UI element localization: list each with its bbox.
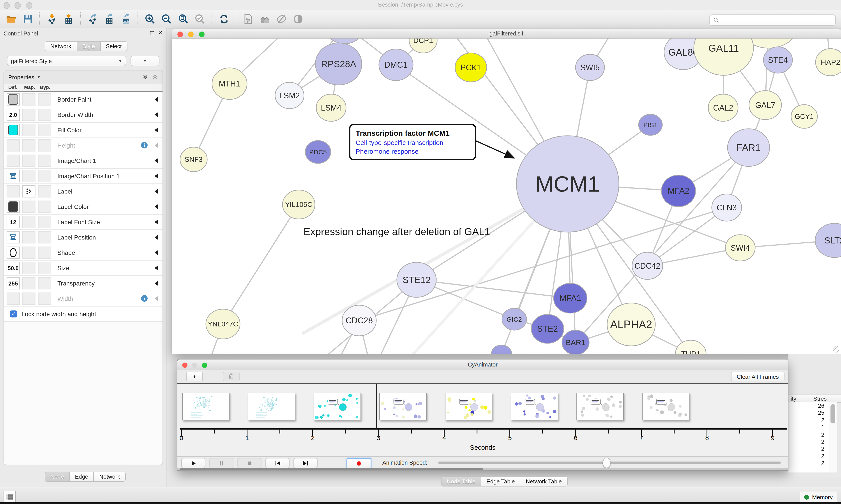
import-network-button[interactable]	[43, 12, 60, 26]
stop-button[interactable]	[237, 458, 262, 468]
property-row-label-font-size[interactable]: 12Label Font Size	[4, 215, 162, 230]
add-frame-button[interactable]: +	[186, 372, 203, 381]
search-input[interactable]	[719, 16, 835, 24]
zoom-window-icon[interactable]	[202, 363, 207, 368]
collapse-all-icon[interactable]	[152, 74, 158, 80]
minimize-window-icon[interactable]	[188, 32, 194, 37]
node-far1[interactable]: FAR1	[728, 129, 770, 166]
frame-thumbnail-4s[interactable]	[445, 393, 492, 420]
scrollbar-thumb[interactable]	[830, 404, 835, 424]
tab-network[interactable]: Network	[45, 41, 76, 51]
node-swi4[interactable]: SWI4	[726, 235, 755, 261]
clear-all-frames-button[interactable]: Clear All Frames	[731, 372, 785, 381]
property-row-height[interactable]: Heighti	[4, 138, 162, 153]
skip-to-start-button[interactable]	[265, 458, 289, 468]
export-network-button[interactable]	[84, 12, 101, 26]
annotation-link-2[interactable]: Pheromone response	[356, 147, 469, 156]
expand-row-icon[interactable]	[155, 250, 158, 255]
frame-thumbnail-2s[interactable]	[314, 393, 361, 420]
tab-node[interactable]: Node	[45, 472, 69, 482]
frame-thumbnail-5s[interactable]	[511, 393, 558, 420]
node-pck1[interactable]: PCK1	[455, 53, 487, 82]
table-row[interactable]: 26	[788, 402, 829, 410]
node-snf3[interactable]: SNF3	[180, 147, 207, 172]
table-scrollbar[interactable]	[829, 402, 837, 472]
delete-frame-button[interactable]	[223, 372, 239, 381]
node-gcy1[interactable]: GCY1	[791, 105, 817, 128]
tab-node-table[interactable]: Node Table	[441, 476, 481, 486]
network-window-controls[interactable]	[177, 31, 204, 39]
search-box[interactable]	[709, 15, 836, 26]
node-mth1[interactable]: MTH1	[212, 68, 247, 100]
slider-handle[interactable]	[603, 457, 611, 468]
import-table-button[interactable]	[60, 12, 77, 26]
node-yil105c[interactable]: YIL105C	[283, 190, 315, 219]
save-session-button[interactable]	[19, 12, 36, 26]
table-column-stress[interactable]: Stres	[813, 395, 827, 402]
node-bar1[interactable]: BAR1	[562, 330, 589, 354]
hide-graphics-details-button[interactable]	[273, 12, 289, 26]
tab-network-table[interactable]: Network Table	[520, 476, 568, 486]
expand-row-icon[interactable]	[155, 189, 158, 194]
table-row[interactable]: 2	[788, 460, 829, 467]
property-row-shape[interactable]: Shape	[4, 245, 162, 260]
close-window-icon[interactable]	[3, 2, 10, 9]
expand-row-icon[interactable]	[155, 281, 158, 286]
property-row-border-width[interactable]: 2.0Border Width	[4, 107, 162, 123]
node-gal2[interactable]: GAL2	[708, 94, 738, 121]
annotation-arrow[interactable]	[475, 141, 513, 158]
expand-row-icon[interactable]	[155, 158, 158, 163]
node-ynl047c[interactable]: YNL047C	[206, 309, 240, 339]
property-row-image-chart-1[interactable]: Image/Chart 1	[4, 153, 162, 168]
node-gic2[interactable]: GIC2	[502, 308, 526, 330]
tab-network-bottom[interactable]: Network	[93, 472, 126, 482]
cyanimator-titlebar[interactable]: CyAnimator	[177, 360, 788, 371]
frame-thumbnail-1s[interactable]	[248, 393, 295, 420]
show-graphics-details-button[interactable]	[289, 12, 306, 26]
frame-thumbnail-6s[interactable]	[576, 393, 624, 420]
tab-edge[interactable]: Edge	[69, 472, 93, 482]
frame-thumbnail-0s[interactable]	[182, 393, 230, 420]
resize-grip[interactable]	[833, 346, 839, 353]
annotation-box[interactable]: Transcription factor MCM1 Cell-type-spec…	[349, 124, 476, 160]
expand-row-icon[interactable]	[155, 112, 158, 118]
table-row[interactable]: 1	[788, 424, 829, 431]
memory-button[interactable]: Memory	[800, 492, 837, 502]
timeline-playhead[interactable]	[376, 384, 376, 428]
edge[interactable]	[223, 204, 299, 324]
info-icon[interactable]: i	[141, 295, 148, 302]
property-row-label[interactable]: Label	[4, 184, 162, 199]
zoom-out-button[interactable]	[158, 12, 175, 26]
table-row[interactable]: 25	[788, 410, 829, 417]
lock-node-size-row[interactable]: ✓ Lock node width and height	[4, 307, 162, 322]
table-header-row[interactable]: ity Stres	[788, 395, 841, 403]
property-row-transparency[interactable]: 255Transparency	[4, 276, 162, 291]
node-gal11[interactable]: GAL11	[694, 38, 753, 75]
export-image-button[interactable]	[118, 12, 134, 26]
node-mcm1[interactable]: MCM1	[516, 136, 619, 232]
network-caption[interactable]: Expression change after deletion of GAL1	[304, 226, 490, 238]
network-window-titlebar[interactable]: galFiltered.sif	[172, 29, 841, 38]
home-button[interactable]	[256, 12, 273, 26]
node-rps28a[interactable]: RPS28A	[315, 43, 362, 85]
expand-row-icon[interactable]	[155, 265, 158, 271]
zoom-fit-button[interactable]	[175, 12, 192, 26]
style-options-button[interactable]: ▼	[130, 56, 159, 66]
node-ste2[interactable]: STE2	[531, 314, 564, 343]
zoom-in-button[interactable]	[142, 12, 158, 26]
node-ste4[interactable]: STE4	[764, 47, 792, 73]
node-pdc5[interactable]: PDC5	[305, 141, 331, 163]
node-mfa1[interactable]: MFA1	[554, 283, 587, 313]
node-hap2[interactable]: HAP2	[816, 49, 841, 76]
cyanimator-window-controls[interactable]	[182, 362, 207, 370]
node-cdc42[interactable]: CDC42	[632, 252, 663, 280]
pause-button[interactable]	[209, 458, 233, 468]
node-alpha2[interactable]: ALPHA2	[607, 303, 655, 346]
node-mfa2[interactable]: MFA2	[661, 175, 696, 207]
export-table-button[interactable]	[101, 12, 118, 26]
refresh-view-button[interactable]	[215, 12, 232, 26]
tab-select[interactable]: Select	[100, 41, 127, 51]
node-cdc28[interactable]: CDC28	[342, 305, 376, 336]
window-controls[interactable]	[3, 2, 32, 11]
node-ste12[interactable]: STE12	[397, 262, 436, 297]
